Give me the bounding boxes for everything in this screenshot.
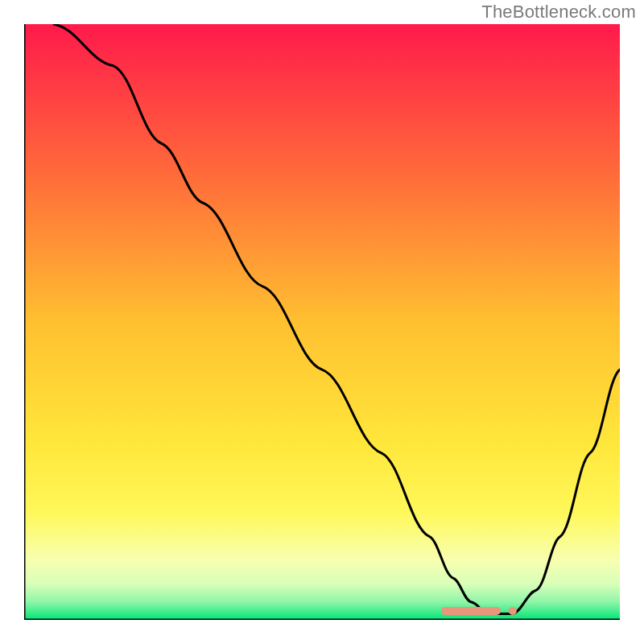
plot-svg <box>24 24 620 620</box>
attribution-label: TheBottleneck.com <box>481 2 636 23</box>
gradient-background <box>24 24 620 620</box>
plot-area <box>24 24 620 620</box>
chart-container: TheBottleneck.com <box>0 0 644 644</box>
